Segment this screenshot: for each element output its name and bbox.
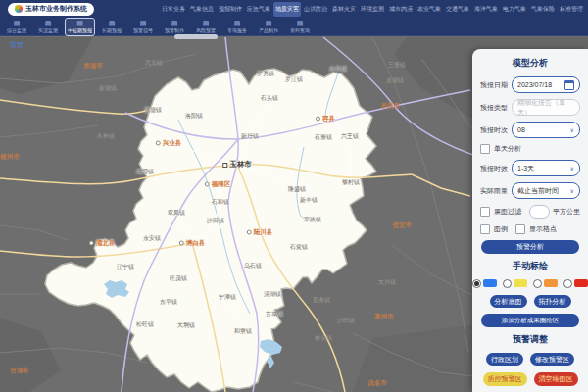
analysis-basemap-button[interactable]: 分析底图 — [490, 295, 527, 309]
toolbar-button-label: 风险预警 — [196, 27, 216, 34]
panel-title: 模型分析 — [472, 57, 588, 70]
toolbar-button-label: 预警信号 — [133, 27, 153, 34]
county-label: 高州市 — [374, 313, 394, 321]
town-label: 波塘镇 — [386, 76, 404, 85]
actual-rain-select[interactable]: 截止当前时间 ∨ — [512, 182, 580, 199]
adjust-button-清空绘图区[interactable]: 清空绘图区 — [534, 372, 578, 386]
nav-item-预报制作[interactable]: 预报制作 — [217, 2, 244, 17]
county-label: 兴业县 — [156, 139, 182, 148]
adjust-button-修改预警区[interactable]: 修改预警区 — [530, 353, 574, 367]
toolbar-button-label: 中短期预报 — [68, 27, 92, 34]
color-radio[interactable] — [472, 279, 481, 288]
county-label: 茂名市 — [368, 379, 387, 388]
color-swatch — [514, 279, 527, 287]
map-marker — [205, 182, 210, 187]
forecast-lead-select[interactable]: 1-3天 ∨ — [512, 160, 580, 176]
town-label: 武乐镇 — [145, 59, 163, 68]
warning-adjust-buttons: 行政区划修改预警区质控预警区清空绘图区 — [476, 353, 584, 386]
town-label: 石和镇 — [212, 198, 229, 207]
document-icon: ▤ — [14, 20, 21, 27]
nav-item-农业气象[interactable]: 农业气象 — [416, 2, 443, 17]
adjust-button-质控预警区[interactable]: 质控预警区 — [483, 372, 527, 386]
draw-color-yellow[interactable] — [503, 279, 527, 288]
calendar-icon[interactable] — [564, 80, 574, 90]
document-icon: ▤ — [234, 20, 241, 27]
nav-item-应急气象[interactable]: 应急气象 — [245, 2, 272, 17]
map-marker — [179, 241, 184, 246]
town-label: 那务镇 — [313, 296, 330, 305]
town-label: 沙田镇 — [337, 317, 355, 325]
forecast-time-select[interactable]: 08 ∨ — [512, 122, 580, 138]
scrollbar-thumb[interactable] — [174, 34, 218, 39]
forecast-date-input[interactable]: 2023/07/18 — [512, 76, 580, 93]
draw-color-options — [472, 279, 588, 288]
legend-checkbox[interactable] — [480, 224, 490, 234]
town-label: 和寮镇 — [234, 327, 252, 336]
toolbar-button-产品制作[interactable]: ▤产品制作 — [254, 18, 283, 36]
breadcrumb-home-link[interactable]: 首页 — [10, 40, 24, 50]
topology-analysis-button[interactable]: 拓扑分析 — [534, 295, 571, 309]
nav-item-城市内涝[interactable]: 城市内涝 — [387, 2, 415, 17]
draw-color-red[interactable] — [564, 279, 588, 288]
nav-item-山洪防治[interactable]: 山洪防治 — [302, 2, 329, 17]
area-filter-unit: 平方公里 — [553, 207, 580, 217]
nav-item-森林火灾[interactable]: 森林火灾 — [330, 2, 358, 17]
forecast-lead-value: 1-3天 — [517, 164, 534, 173]
toolbar-button-资料查询[interactable]: ▤资料查询 — [285, 18, 315, 36]
town-label: 古城镇 — [266, 310, 283, 318]
town-label: 平政镇 — [304, 216, 321, 224]
town-label: 宁潭镇 — [219, 293, 236, 302]
color-swatch — [574, 279, 588, 287]
app-logo[interactable]: 玉林市业务制作系统 — [8, 3, 94, 16]
nav-item-交通气象[interactable]: 交通气象 — [444, 2, 471, 17]
color-radio[interactable] — [564, 279, 572, 288]
nav-item-电力气象[interactable]: 电力气象 — [501, 2, 528, 17]
town-label: 自良镇 — [329, 65, 347, 74]
area-filter-checkbox[interactable] — [480, 207, 490, 217]
draw-color-blue[interactable] — [472, 279, 497, 288]
warning-analysis-button[interactable]: 预警分析 — [481, 240, 579, 254]
toolbar-button-label: 长期预报 — [102, 27, 122, 34]
document-icon: ▤ — [266, 20, 272, 27]
town-label: 新塘镇 — [99, 84, 117, 93]
show-grid-checkbox[interactable] — [515, 224, 525, 234]
adjust-button-行政区划[interactable]: 行政区划 — [486, 353, 523, 367]
toolbar-button-中短期预报[interactable]: ▤中短期预报 — [65, 18, 95, 36]
forecast-date-label: 预报日期 — [480, 80, 512, 90]
draw-color-orange[interactable] — [533, 279, 558, 288]
actual-rain-value: 截止当前时间 — [517, 186, 559, 196]
single-day-checkbox[interactable] — [480, 144, 490, 154]
toolbar-button-实况监测[interactable]: ▤实况监测 — [33, 18, 63, 36]
town-label: 罗秀镇 — [257, 70, 274, 78]
nav-item-环境监测[interactable]: 环境监测 — [359, 2, 386, 17]
add-analysis-area-button[interactable]: 添加分析成果圈绘区 — [481, 314, 579, 326]
toolbar-button-综合监测[interactable]: ▤综合监测 — [2, 18, 31, 36]
map-marker — [156, 141, 161, 146]
toolbar-button-专项服务[interactable]: ▤专项服务 — [222, 18, 252, 36]
toolbar-button-长期预报[interactable]: ▤长期预报 — [97, 18, 126, 36]
forecast-time-label: 预报时次 — [480, 125, 512, 135]
town-label: 木梓镇 — [97, 132, 115, 141]
area-filter-input[interactable] — [529, 205, 550, 219]
forecast-type-label: 预报类型 — [480, 103, 512, 113]
toolbar-button-预警信号[interactable]: ▤预警信号 — [128, 18, 158, 36]
nav-item-气象保险[interactable]: 气象保险 — [529, 2, 557, 17]
toolbar-button-label: 预警制作 — [165, 27, 184, 34]
town-label: 新丰镇 — [300, 196, 318, 205]
nav-item-海洋气象[interactable]: 海洋气象 — [472, 2, 500, 17]
county-label: 浦北县 — [89, 239, 116, 248]
toolbar-items: ▤综合监测▤实况监测▤中短期预报▤长期预报▤预警信号▤预警制作▤风险预警▤专项服… — [0, 18, 315, 36]
town-label: 蒲塘镇 — [144, 106, 162, 115]
town-label: 永安镇 — [143, 234, 161, 243]
color-radio[interactable] — [503, 279, 512, 288]
nav-item-气象信息[interactable]: 气象信息 — [188, 2, 216, 17]
toolbar-button-label: 实况监测 — [38, 27, 58, 34]
nav-item-标准管理[interactable]: 标准管理 — [558, 2, 585, 17]
nav-item-日常业务[interactable]: 日常业务 — [160, 2, 187, 17]
color-radio[interactable] — [533, 279, 542, 288]
town-label: 旺茂镇 — [170, 274, 187, 283]
nav-item-地质灾害[interactable]: 地质灾害 — [273, 2, 301, 17]
toolbar-button-label: 综合监测 — [7, 27, 26, 34]
town-label: 石头镇 — [261, 94, 278, 103]
forecast-type-input: 精细化报告（单天） — [512, 99, 580, 116]
